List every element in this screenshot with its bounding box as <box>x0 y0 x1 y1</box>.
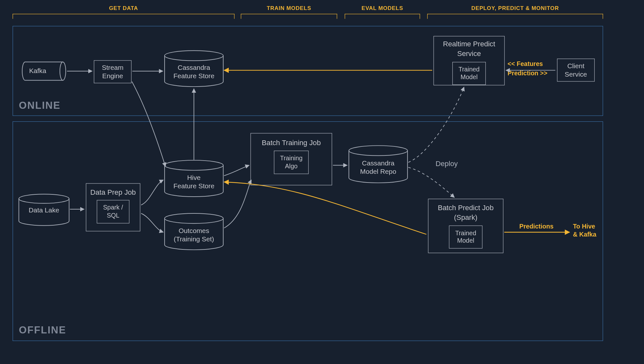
label-kafka: Kafka <box>17 67 59 75</box>
annotation-features: << Features <box>508 60 554 68</box>
bracket-eval-label: EVAL MODELS <box>345 5 420 12</box>
hive-fs-l2: Feature Store <box>173 182 214 190</box>
cassandra-mr-l1: Cassandra <box>362 159 395 166</box>
label-data-lake: Data Lake <box>19 206 69 215</box>
client-service-l2: Service <box>565 70 587 79</box>
training-algo-l1: Training <box>280 154 303 162</box>
node-batch-training: Batch Training Job Training Algo <box>250 133 332 185</box>
trained-model-online-l2: Model <box>460 73 477 80</box>
node-trained-model-online: Trained Model <box>452 62 486 85</box>
label-hive-fs: Hive Feature Store <box>165 174 223 191</box>
data-prep-title: Data Prep Job <box>90 188 136 197</box>
bracket-train <box>241 14 337 19</box>
client-service-l1: Client <box>567 62 584 70</box>
realtime-title-l1: Realtime Predict <box>443 40 495 49</box>
annotation-deploy: Deploy <box>436 160 458 168</box>
cassandra-fs-l1: Cassandra <box>178 64 210 71</box>
realtime-title-l2: Service <box>457 50 481 59</box>
batch-predict-l1: Batch Predict Job <box>438 203 494 212</box>
region-offline-label: OFFLINE <box>19 324 66 336</box>
stream-engine-line2: Engine <box>102 72 123 80</box>
node-batch-predict: Batch Predict Job (Spark) Trained Model <box>428 199 504 253</box>
node-data-prep: Data Prep Job Spark / SQL <box>86 183 140 231</box>
bracket-get-data-label: GET DATA <box>13 5 235 12</box>
trained-model-off-l2: Model <box>457 237 474 244</box>
bracket-deploy-label: DEPLOY, PREDICT & MONITOR <box>427 5 603 12</box>
node-spark-sql: Spark / SQL <box>97 200 130 223</box>
trained-model-off-l1: Trained <box>455 229 476 236</box>
cassandra-fs-l2: Feature Store <box>173 72 214 79</box>
node-stream-engine: Stream Engine <box>94 60 131 83</box>
annotation-tohive-l1: To Hive <box>573 223 595 230</box>
bracket-deploy <box>427 14 603 19</box>
annotation-tohive-l2: & Kafka <box>573 230 596 238</box>
bracket-get-data <box>13 14 235 19</box>
bracket-eval <box>345 14 420 19</box>
spark-sql-l2: SQL <box>107 212 119 219</box>
label-cassandra-mr: Cassandra Model Repo <box>349 159 408 176</box>
trained-model-online-l1: Trained <box>458 65 479 72</box>
node-training-algo: Training Algo <box>274 151 309 174</box>
training-algo-l2: Algo <box>285 162 298 169</box>
hive-fs-l1: Hive <box>187 174 201 181</box>
annotation-prediction: Prediction >> <box>508 70 558 77</box>
batch-train-title: Batch Training Job <box>262 138 321 147</box>
node-client-service: Client Service <box>557 59 595 81</box>
stream-engine-line1: Stream <box>102 63 123 72</box>
bracket-train-label: TRAIN MODELS <box>241 5 337 12</box>
region-online-label: ONLINE <box>19 99 61 111</box>
label-cassandra-fs: Cassandra Feature Store <box>165 64 223 80</box>
spark-sql-l1: Spark / <box>103 204 123 211</box>
batch-predict-l2: (Spark) <box>454 213 477 222</box>
outcomes-l2: (Training Set) <box>174 236 214 243</box>
label-outcomes: Outcomes (Training Set) <box>165 227 223 244</box>
annotation-predictions: Predictions <box>519 223 565 230</box>
outcomes-l1: Outcomes <box>178 227 209 234</box>
node-trained-model-offline: Trained Model <box>449 225 482 248</box>
cassandra-mr-l2: Model Repo <box>360 168 396 175</box>
node-realtime-predict: Realtime Predict Service Trained Model <box>434 36 505 85</box>
